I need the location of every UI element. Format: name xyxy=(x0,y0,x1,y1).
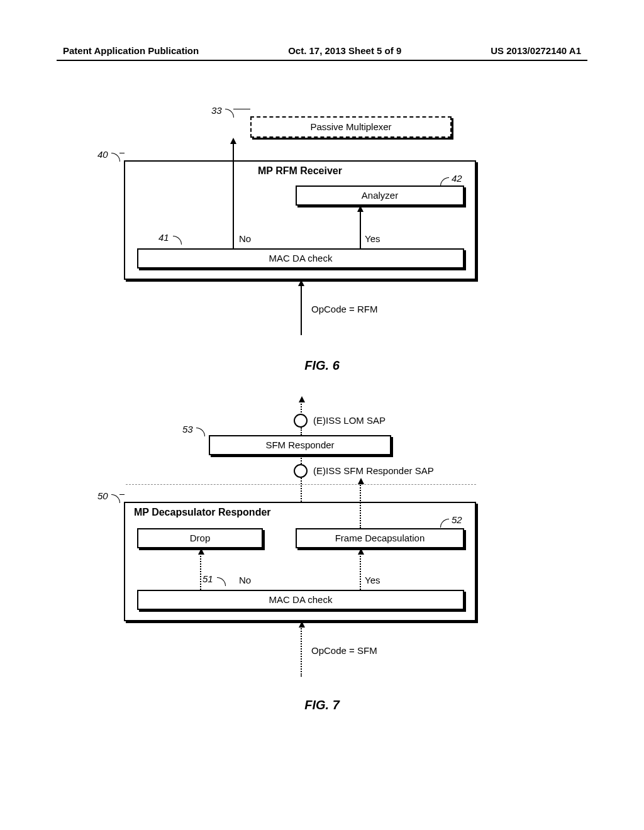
resp-sap-label: (E)ISS SFM Responder SAP xyxy=(313,465,434,476)
ref-42: 42 xyxy=(452,173,462,184)
mac-da-check-box-7: MAC DA check xyxy=(137,590,464,610)
frame-decap-box: Frame Decapsulation xyxy=(296,528,464,548)
mac-da-check-box-6: MAC DA check xyxy=(137,248,464,268)
ref-51: 51 xyxy=(203,573,213,584)
fig7-caption: FIG. 7 xyxy=(0,698,644,712)
no-label-6: No xyxy=(239,233,251,244)
arrow-opcode-7 xyxy=(301,626,302,677)
leader-40-line xyxy=(119,153,125,153)
arrow-decap-to-sap xyxy=(360,483,361,528)
page-header: Patent Application Publication Oct. 17, … xyxy=(0,45,644,56)
leader-40 xyxy=(111,153,120,162)
leader-50 xyxy=(111,494,120,503)
sfm-responder-label: SFM Responder xyxy=(265,440,334,450)
header-rule xyxy=(57,60,587,61)
lom-sap-circle xyxy=(294,414,308,428)
no-label-7: No xyxy=(239,575,251,585)
leader-53 xyxy=(196,428,205,436)
resp-sap-circle xyxy=(294,464,308,478)
leader-33-line xyxy=(233,109,250,109)
arrow-lom-sap xyxy=(301,401,302,415)
resp-sap-stem-bot xyxy=(301,478,302,502)
ref-52: 52 xyxy=(452,514,462,525)
arrow-no-6 xyxy=(233,143,234,248)
figure-7: (E)ISS LOM SAP SFM Responder 53 (E)ISS S… xyxy=(0,396,644,717)
yes-label-6: Yes xyxy=(365,233,380,244)
ref-33: 33 xyxy=(211,105,222,116)
resp-sap-stem-top xyxy=(301,455,302,464)
drop-box: Drop xyxy=(137,528,263,548)
arrow-yes-6 xyxy=(360,211,361,248)
header-right: US 2013/0272140 A1 xyxy=(491,45,581,56)
ref-50: 50 xyxy=(97,490,108,501)
mp-rfm-receiver-title: MP RFM Receiver xyxy=(125,162,475,177)
leader-33 xyxy=(225,109,234,118)
ref-41: 41 xyxy=(158,232,169,243)
analyzer-box: Analyzer xyxy=(296,185,464,206)
lom-sap-label: (E)ISS LOM SAP xyxy=(313,415,386,426)
passive-multiplexer-box: Passive Multiplexer xyxy=(250,116,452,138)
mp-decap-responder-title: MP Decapsulator Responder xyxy=(125,503,475,518)
arrow-no-7 xyxy=(200,553,201,590)
header-center: Oct. 17, 2013 Sheet 5 of 9 xyxy=(288,45,401,56)
passive-multiplexer-label: Passive Multiplexer xyxy=(310,121,391,132)
leader-50-line xyxy=(119,494,125,495)
opcode-label-6: OpCode = RFM xyxy=(311,304,377,314)
yes-label-7: Yes xyxy=(365,575,380,585)
frame-decap-label: Frame Decapsulation xyxy=(335,533,425,543)
header-left: Patent Application Publication xyxy=(63,45,199,56)
analyzer-label: Analyzer xyxy=(362,190,398,201)
drop-label: Drop xyxy=(190,533,211,543)
mac-da-check-label-7: MAC DA check xyxy=(269,594,333,605)
sfm-responder-box: SFM Responder xyxy=(209,435,391,455)
fig6-caption: FIG. 6 xyxy=(0,358,644,373)
arrow-yes-7 xyxy=(360,553,361,590)
ref-40: 40 xyxy=(97,149,108,160)
mac-da-check-label-6: MAC DA check xyxy=(269,253,333,263)
opcode-label-7: OpCode = SFM xyxy=(311,645,377,656)
figure-6: Passive Multiplexer 33 MP RFM Receiver 4… xyxy=(0,110,644,380)
ref-53: 53 xyxy=(182,424,193,434)
lom-sap-stem xyxy=(301,428,302,435)
arrow-opcode-6 xyxy=(301,285,302,335)
